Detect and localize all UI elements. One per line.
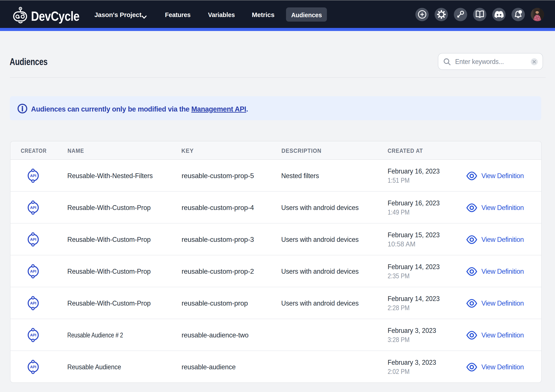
svg-text:API: API: [30, 301, 37, 305]
svg-text:API: API: [30, 365, 37, 369]
svg-text:API: API: [30, 173, 37, 178]
svg-text:API: API: [30, 205, 37, 210]
svg-text:API: API: [30, 269, 37, 273]
svg-text:API: API: [30, 333, 37, 337]
svg-text:API: API: [30, 237, 37, 242]
